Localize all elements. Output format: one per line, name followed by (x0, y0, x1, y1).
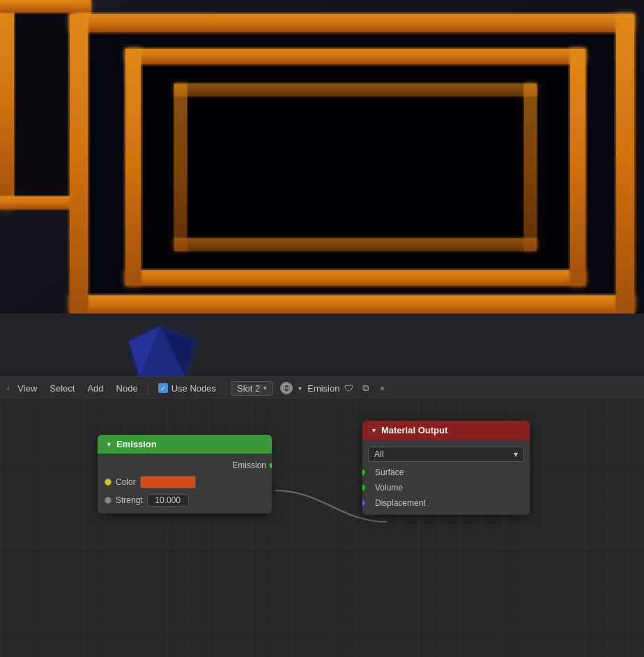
add-menu[interactable]: Add (82, 381, 109, 396)
emission-output-socket[interactable] (269, 462, 272, 469)
svg-rect-22 (0, 314, 644, 376)
emission-collapse-arrow[interactable]: ▼ (106, 441, 112, 448)
emission-node-header: ▼ Emission (98, 435, 272, 454)
emission-strength-label: Strengt (116, 495, 143, 505)
material-output-collapse-arrow[interactable]: ▼ (371, 427, 377, 434)
material-output-dropdown-value: All (374, 449, 383, 459)
svg-rect-13 (125, 49, 585, 64)
svg-rect-10 (70, 14, 88, 314)
use-nodes-label: Use Nodes (171, 383, 216, 394)
emission-color-swatch[interactable] (140, 476, 196, 488)
dropdown-arrow-icon: ▾ (514, 449, 518, 459)
svg-rect-3 (0, 0, 14, 209)
svg-rect-16 (570, 49, 585, 286)
material-output-title: Material Output (381, 425, 447, 435)
material-displacement-socket[interactable] (362, 500, 365, 507)
globe-icon (280, 382, 293, 394)
close-button[interactable]: × (374, 380, 390, 396)
emission-strength-socket[interactable] (105, 497, 112, 504)
material-displacement-row: Displacement (362, 495, 530, 511)
slot-dropdown-arrow: ▾ (263, 385, 267, 392)
material-displacement-label: Displacement (375, 498, 426, 508)
material-volume-socket[interactable] (362, 484, 365, 491)
material-volume-row: Volume (362, 480, 530, 495)
viewport (0, 0, 644, 376)
emission-strength-value[interactable]: 10.000 (147, 494, 189, 507)
material-output-node[interactable]: ▼ Material Output All ▾ Surface Volume (362, 421, 530, 515)
svg-rect-15 (125, 49, 141, 286)
material-volume-label: Volume (375, 483, 403, 493)
material-output-header: ▼ Material Output (362, 421, 530, 440)
toolbar-sep-1 (148, 381, 148, 395)
toolbar-sep-2 (226, 381, 227, 395)
emission-node-body: Emission Color Strengt 10.000 (98, 454, 272, 513)
svg-rect-11 (616, 14, 634, 314)
node-editor[interactable]: ▼ Emission Emission Color Streng (0, 400, 644, 657)
node-menu[interactable]: Node (111, 381, 144, 396)
emission-output-label: Emission (232, 461, 266, 470)
emission-strength-row: Strengt 10.000 (98, 491, 272, 509)
slot-dropdown[interactable]: Slot 2 ▾ (231, 381, 273, 396)
view-menu[interactable]: View (12, 381, 43, 396)
emission-color-socket[interactable] (105, 479, 112, 486)
svg-rect-18 (174, 84, 537, 96)
node-connection-wire (0, 400, 644, 657)
emission-color-row: Color (98, 473, 272, 491)
material-surface-socket[interactable] (362, 469, 365, 476)
svg-rect-21 (524, 84, 537, 251)
use-nodes-toggle[interactable]: ✓ Use Nodes (153, 382, 222, 395)
render-svg (0, 0, 644, 376)
svg-rect-8 (70, 14, 634, 32)
svg-rect-14 (125, 270, 585, 286)
svg-rect-5 (0, 0, 91, 13)
toolbar-chevron-icon: ‹ (6, 385, 10, 392)
globe-dropdown-arrow[interactable]: ▾ (297, 385, 303, 392)
toolbar: ‹ View Select Add Node ✓ Use Nodes Slot … (0, 376, 644, 400)
emission-output-row: Emission (98, 458, 272, 473)
slot-label: Slot 2 (237, 383, 260, 394)
emission-node-title: Emission (116, 439, 157, 449)
material-section: ▾ Emision (280, 382, 339, 394)
material-output-dropdown[interactable]: All ▾ (368, 447, 524, 462)
shield-button[interactable]: 🛡 (341, 380, 356, 396)
select-menu[interactable]: Select (44, 381, 80, 396)
material-output-body: All ▾ Surface Volume Displacement (362, 440, 530, 515)
material-surface-label: Surface (375, 467, 404, 477)
render-scene (0, 0, 644, 376)
svg-rect-20 (174, 84, 187, 251)
material-surface-row: Surface (362, 465, 530, 480)
svg-rect-17 (174, 84, 537, 251)
material-name: Emision (307, 383, 339, 394)
svg-rect-19 (174, 238, 537, 251)
svg-rect-9 (70, 295, 634, 314)
copy-button[interactable]: ⧉ (358, 380, 373, 396)
emission-color-label: Color (116, 477, 136, 487)
emission-node[interactable]: ▼ Emission Emission Color Streng (98, 435, 272, 513)
use-nodes-checkbox[interactable]: ✓ (158, 383, 168, 393)
